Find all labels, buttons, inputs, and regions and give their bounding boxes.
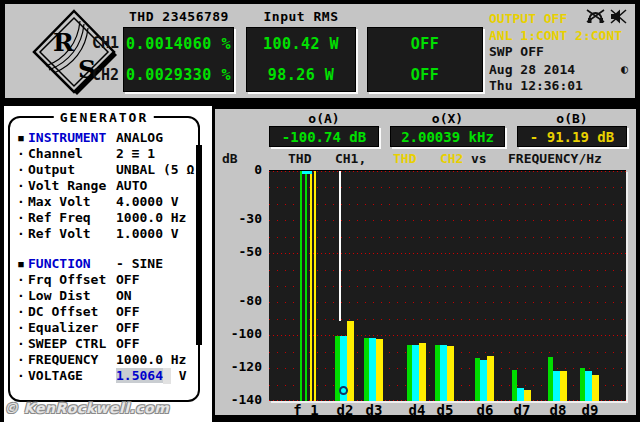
generator-menu-item-ref-freq[interactable]: ·Ref Freq1000.0 Hz <box>14 210 196 226</box>
menu-item-value: OFF <box>116 272 139 288</box>
generator-menu-item-dc-offset[interactable]: ·DC OffsetOFF <box>14 304 196 320</box>
generator-menu-item-sweep-ctrl[interactable]: ·SWEEP CTRLOFF <box>14 336 196 352</box>
generator-menu-item-channel[interactable]: ·Channel2 ≡ 1 <box>14 146 196 162</box>
menu-item-value[interactable]: 1.5064 V <box>116 368 187 384</box>
item-bullet-icon: · <box>14 210 28 226</box>
gridline--80db <box>269 302 626 303</box>
generator-menu-item-function[interactable]: ■FUNCTION- SINE <box>14 256 196 272</box>
fundamental-line-2 <box>310 171 312 401</box>
generator-menu-item-frq-offset[interactable]: ·Frq OffsetOFF <box>14 272 196 288</box>
logo-letter-r: R <box>53 28 74 57</box>
section-bullet-icon: ■ <box>14 256 28 272</box>
gridline--50db <box>269 253 626 254</box>
menu-item-value: 1000.0 Hz <box>116 210 186 226</box>
bar-d9-series2 <box>592 375 599 401</box>
gridline--10db <box>269 187 626 188</box>
menu-item-label: DC Offset <box>28 304 116 320</box>
voltage-edit-value[interactable]: 1.5064 <box>116 368 163 383</box>
menu-item-label: SWEEP CTRL <box>28 336 116 352</box>
generator-menu-item-instrument[interactable]: ■INSTRUMENTANALOG <box>14 130 196 146</box>
menu-item-value: ON <box>116 288 132 304</box>
thd-ch1-value: 0.0014060 % <box>126 35 231 53</box>
generator-menu-item-output[interactable]: ·OutputUNBAL (5 Ω) <box>14 162 196 178</box>
gridline--90db <box>269 319 626 320</box>
status-icons <box>586 9 627 24</box>
bar-d8-series1 <box>553 371 560 401</box>
menu-item-value: 4.0000 V <box>116 194 179 210</box>
generator-panel: GENERATOR ■INSTRUMENTANALOG·Channel2 ≡ 1… <box>8 116 200 402</box>
item-bullet-icon: · <box>14 288 28 304</box>
menu-item-value: ANALOG <box>116 130 163 146</box>
menu-item-label: Ref Freq <box>28 210 116 226</box>
y-tick-label: -120 <box>226 360 262 374</box>
generator-menu-item-ref-volt[interactable]: ·Ref Volt1.0000 V <box>14 226 196 242</box>
bar-d6-series2 <box>487 356 494 401</box>
input-rms-title: Input RMS <box>246 9 356 23</box>
menu-item-label: Low Dist <box>28 288 116 304</box>
item-bullet-icon: · <box>14 194 28 210</box>
generator-panel-title: GENERATOR <box>54 110 154 125</box>
x-tick-label-d3: d3 <box>352 402 396 418</box>
bar-d3-series1 <box>369 338 376 401</box>
fundamental-cyan-cap <box>302 171 312 174</box>
y-tick-label: -30 <box>226 212 262 226</box>
thd-meter-title: THD 23456789 <box>120 9 238 23</box>
bar-d5-series1 <box>440 345 447 401</box>
gridline--40db <box>269 237 626 238</box>
menu-item-value: OFF <box>116 320 139 336</box>
generator-menu-item-voltage[interactable]: ·VOLTAGE1.5064 V <box>14 368 196 384</box>
contrast-icon: ◐ <box>621 62 628 76</box>
item-bullet-icon: · <box>14 146 28 162</box>
menu-item-label: Volt Range <box>28 178 116 194</box>
menu-item-label: Frq Offset <box>28 272 116 288</box>
generator-scrollbar[interactable] <box>196 145 202 345</box>
generator-region: GENERATOR ■INSTRUMENTANALOG·Channel2 ≡ 1… <box>4 106 212 422</box>
date-display: Aug 28 2014 <box>489 62 575 77</box>
fundamental-line-0 <box>300 171 302 401</box>
menu-item-label: Output <box>28 162 116 178</box>
fundamental-line-1 <box>305 171 307 401</box>
input-rms-display: 100.42 W 98.26 W <box>246 27 356 92</box>
menu-item-value: 2 ≡ 1 <box>116 146 155 162</box>
bar-d7-series1 <box>517 388 524 401</box>
item-bullet-icon: · <box>14 336 28 352</box>
generator-menu-item-low-dist[interactable]: ·Low DistON <box>14 288 196 304</box>
generator-menu-item-volt-range[interactable]: ·Volt RangeAUTO <box>14 178 196 194</box>
cursor-a-readout: -100.74 dB <box>269 126 379 147</box>
menu-item-value: 1.0000 V <box>116 226 179 242</box>
cursor-line[interactable] <box>339 171 341 321</box>
aux-ch1-value: OFF <box>411 35 440 53</box>
item-bullet-icon: · <box>14 368 28 384</box>
chart-title-ch2: THD CH2 <box>393 151 463 165</box>
generator-menu-item-frequency[interactable]: ·FREQUENCY1000.0 Hz <box>14 352 196 368</box>
status-block: OUTPUT OFF ANL 1:CONT 2:CONT SWP OFF Aug… <box>489 4 635 98</box>
spectrum-plot[interactable] <box>269 170 626 401</box>
gridline--20db <box>269 204 626 205</box>
generator-menu-item-max-volt[interactable]: ·Max Volt4.0000 V <box>14 194 196 210</box>
sweep-status: SWP OFF <box>489 44 544 59</box>
y-tick-label: 0 <box>226 163 262 177</box>
item-bullet-icon: · <box>14 352 28 368</box>
item-bullet-icon: · <box>14 320 28 336</box>
cursor-x-readout: 2.00039 kHz <box>390 126 505 147</box>
y-tick-label: -140 <box>226 393 262 407</box>
menu-item-value: AUTO <box>116 178 147 194</box>
menu-item-value: 1000.0 Hz <box>116 352 186 368</box>
y-tick-label: -50 <box>226 245 262 259</box>
ch2-label: CH2 <box>92 66 118 84</box>
gridline-0db <box>269 171 626 172</box>
chart-title-ch1: THD CH1, <box>288 151 366 165</box>
generator-menu-item-equalizer[interactable]: ·EqualizerOFF <box>14 320 196 336</box>
cursor-marker-circle[interactable] <box>339 386 348 395</box>
watermark: © KenRockwell.com <box>4 400 169 416</box>
gridline--60db <box>269 270 626 271</box>
bar-d6-series1 <box>480 360 487 401</box>
bar-d4-series2 <box>419 343 426 401</box>
item-bullet-icon: · <box>14 178 28 194</box>
cursor-x-label: o(X) <box>390 111 505 125</box>
input-rms-ch1-value: 100.42 W <box>263 35 339 53</box>
thd-meter-display: 0.0014060 % 0.0029330 % <box>123 27 234 92</box>
bar-d8-series2 <box>560 371 567 401</box>
x-axis-title: FREQUENCY/Hz <box>508 151 602 165</box>
cursor-a-label: o(A) <box>269 111 379 125</box>
